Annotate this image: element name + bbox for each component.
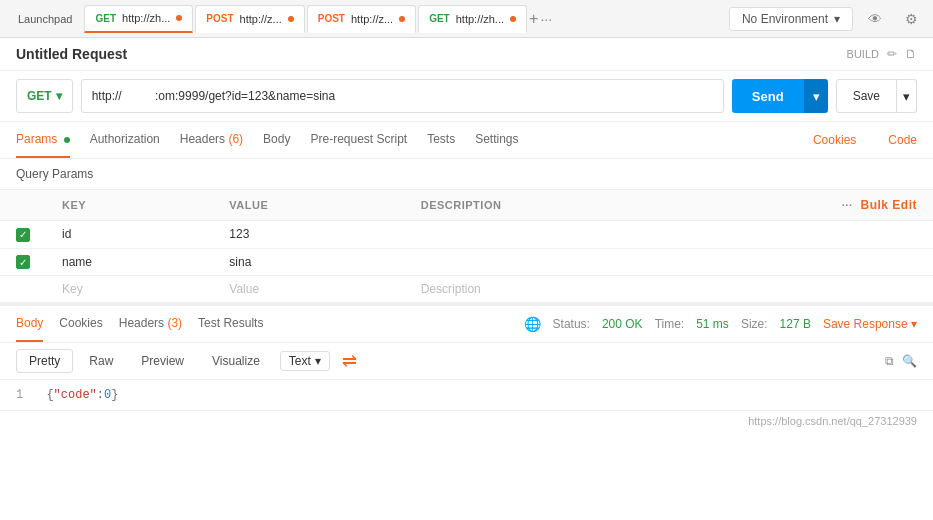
tab-settings[interactable]: Settings [475,122,518,158]
value-placeholder[interactable]: Value [213,276,404,303]
tab1-method: GET [95,13,116,24]
send-dropdown-button[interactable]: ▾ [804,79,828,113]
response-status: 🌐 Status: 200 OK Time: 51 ms Size: 127 B… [524,316,917,332]
save-response-chevron-icon: ▾ [911,317,917,331]
env-chevron-icon: ▾ [834,12,840,26]
headers-count: (6) [228,132,243,146]
format-selector[interactable]: Text ▾ [280,351,330,371]
response-headers-count: (3) [167,316,182,330]
tab-params[interactable]: Params [16,122,70,158]
query-params-section: Query Params KEY VALUE DESCRIPTION ··· B… [0,159,933,306]
save-icon[interactable]: 🗋 [905,47,917,61]
tab-get-4[interactable]: GET http://zh... [418,5,527,33]
status-label: Status: [553,317,590,331]
tab4-method: GET [429,13,450,24]
save-button[interactable]: Save [836,79,897,113]
tab3-url: http://z... [351,13,393,25]
save-response-button[interactable]: Save Response ▾ [823,317,917,331]
response-code-line-1: {"code":0} [46,388,118,402]
format-tab-raw[interactable]: Raw [77,350,125,372]
table-row: name sina [0,248,933,276]
line-number-1: 1 [16,388,23,402]
globe-icon[interactable]: 🌐 [524,316,541,332]
tab-get-1[interactable]: GET http://zh... [84,5,193,33]
wrap-icon[interactable]: ⇌ [342,350,357,372]
time-label: Time: [655,317,685,331]
cookies-link[interactable]: Cookies [813,133,856,147]
environment-selector[interactable]: No Environment ▾ [729,7,853,31]
format-tab-pretty[interactable]: Pretty [16,349,73,373]
tab-bar: Launchpad GET http://zh... POST http://z… [0,0,933,38]
row1-key[interactable]: id [46,221,213,249]
format-tab-preview[interactable]: Preview [129,350,196,372]
search-icon[interactable]: 🔍 [902,354,917,368]
copy-icon[interactable]: ⧉ [885,354,894,368]
code-link[interactable]: Code [888,133,917,147]
title-actions: BUILD ✏ 🗋 [847,47,917,61]
row1-value[interactable]: 123 [213,221,404,249]
response-body: 1 {"code":0} [0,380,933,410]
row1-checkbox-cell[interactable] [0,221,46,249]
row2-checkbox-cell[interactable] [0,248,46,276]
table-row-placeholder: Key Value Description [0,276,933,303]
response-tab-cookies[interactable]: Cookies [59,306,102,342]
th-dots-icon[interactable]: ··· [842,199,853,211]
url-bar: GET ▾ Send ▾ Save ▾ [0,71,933,122]
tab1-url: http://zh... [122,12,170,24]
response-section: Body Cookies Headers (3) Test Results 🌐 … [0,306,933,431]
save-dropdown-button[interactable]: ▾ [897,79,917,113]
row2-value[interactable]: sina [213,248,404,276]
description-placeholder[interactable]: Description [405,276,933,303]
format-selector-label: Text [289,354,311,368]
response-tab-test-results[interactable]: Test Results [198,306,263,342]
method-selector[interactable]: GET ▾ [16,79,73,113]
send-btn-group: Send ▾ [732,79,828,113]
response-tab-headers[interactable]: Headers (3) [119,306,182,342]
th-description: DESCRIPTION ··· Bulk Edit [405,190,933,221]
row-placeholder-check[interactable] [0,276,46,303]
tab2-dot [288,16,294,22]
tab-post-2[interactable]: POST http://z... [195,5,304,33]
tab3-dot [399,16,405,22]
new-tab-button[interactable]: + [529,10,538,28]
settings-icon[interactable]: ⚙ [897,5,925,33]
bulk-edit-button[interactable]: Bulk Edit [860,198,917,212]
request-title: Untitled Request [16,46,127,62]
attribution-link: https://blog.csdn.net/qq_27312939 [748,415,917,427]
row2-key[interactable]: name [46,248,213,276]
tab2-url: http://z... [240,13,282,25]
params-table-header: KEY VALUE DESCRIPTION ··· Bulk Edit [0,190,933,221]
header-right: No Environment ▾ 👁 ⚙ [729,5,925,33]
tab-authorization[interactable]: Authorization [90,122,160,158]
tab-prerequest[interactable]: Pre-request Script [310,122,407,158]
url-input[interactable] [81,79,724,113]
tab-launchpad[interactable]: Launchpad [8,5,82,33]
th-key: KEY [46,190,213,221]
response-tab-body[interactable]: Body [16,306,43,342]
tab4-url: http://zh... [456,13,504,25]
method-label: GET [27,89,52,103]
tab2-method: POST [206,13,233,24]
row2-description[interactable] [405,248,933,276]
table-row: id 123 [0,221,933,249]
format-tab-visualize[interactable]: Visualize [200,350,272,372]
tab-tests[interactable]: Tests [427,122,455,158]
more-tabs-button[interactable]: ··· [540,11,552,27]
tab-post-3[interactable]: POST http://z... [307,5,416,33]
send-button[interactable]: Send [732,79,804,113]
params-table: KEY VALUE DESCRIPTION ··· Bulk Edit id 1… [0,190,933,303]
launchpad-label: Launchpad [18,13,72,25]
bottom-link: https://blog.csdn.net/qq_27312939 [0,410,933,431]
eye-icon[interactable]: 👁 [861,5,889,33]
size-label: Size: [741,317,768,331]
row2-checkbox[interactable] [16,255,30,269]
edit-icon[interactable]: ✏ [887,47,897,61]
save-btn-group: Save ▾ [836,79,917,113]
key-placeholder[interactable]: Key [46,276,213,303]
tab-headers[interactable]: Headers (6) [180,122,243,158]
row1-description[interactable] [405,221,933,249]
status-code: 200 OK [602,317,643,331]
response-size: 127 B [780,317,811,331]
row1-checkbox[interactable] [16,228,30,242]
tab-body[interactable]: Body [263,122,290,158]
